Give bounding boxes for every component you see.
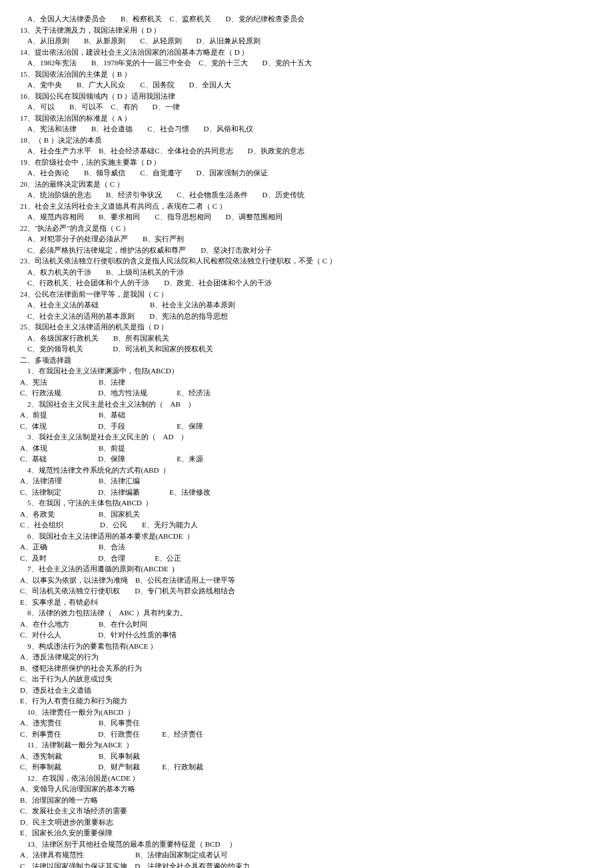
text-line: C 、社会组织 D、公民 E、无行为能力人: [20, 519, 593, 531]
text-line: 18、（ B ）决定法的本质: [20, 135, 593, 146]
text-line: 11、法律制裁一般分为(ABCE ）: [20, 739, 593, 751]
text-line: A、各级国家行政机关 B、所有国家机关: [20, 333, 593, 344]
text-line: 7、社会主义法的适用遵循的原则有(ABCDE ): [20, 563, 593, 575]
text-line: C、刑事责任 D、行政责任 E、经济责任: [20, 729, 593, 740]
text-line: 22、"执法必严"的含义是指（ C ）: [20, 223, 593, 234]
text-line: C、出于行为人的故意或过失: [20, 673, 593, 685]
text-line: 19、在阶级社会中，法的实施主要靠（ D ）: [20, 157, 593, 168]
text-line: E、国家长治久安的重要保障: [20, 827, 593, 839]
text-line: C、体现 D、手段 E、保障: [20, 421, 593, 432]
text-line: 2、我国社会主义民主是社会主义法制的（ AB ）: [20, 399, 593, 410]
text-line: 二、多项选择题: [20, 355, 593, 366]
text-line: E、行为人有责任能力和行为能力: [20, 695, 593, 707]
text-line: C、行政法规 D、地方性法规 E、经济法: [20, 387, 593, 399]
text-line: A、规范内容相同 B、要求相同 C、指导思想相同 D、调整范围相同: [20, 211, 593, 223]
text-line: A、在什么地方 B、在什么时间: [20, 619, 593, 630]
text-line: A、法律清理 B、法律汇编: [20, 475, 593, 487]
text-line: D、违反社会主义道德: [20, 685, 593, 696]
text-line: E、实事求是，有错必纠: [20, 597, 593, 608]
text-line: A、正确 B、合法: [20, 541, 593, 553]
text-line: A、1982年宪法 B、1978年党的十一届三中全会 C、党的十三大 D、党的十…: [20, 57, 593, 69]
text-line: A、违反法律规定的行为: [20, 651, 593, 663]
text-line: A、违宪制裁 B、民事制裁: [20, 751, 593, 762]
text-line: 25、我国社会主义法律适用的机关是指（ D ）: [20, 321, 593, 333]
text-line: A、宪法 B、法律: [20, 377, 593, 388]
text-line: 24、公民在法律面前一律平等，是我国（ C ）: [20, 289, 593, 300]
text-line: 15、我国依法治国的主体是（ B ）: [20, 69, 593, 80]
text-line: C、发展社会主义市场经济的需要: [20, 805, 593, 817]
text-line: C、及时 D、合理 E、公正: [20, 553, 593, 564]
text-line: C、社会主义法的适用的基本原则 D、宪法的总的指导思想: [20, 311, 593, 322]
text-line: A、全国人大法律委员会 B、检察机关 C、监察机关 D、党的纪律检查委员会: [20, 13, 593, 25]
text-line: 4、规范性法律文件系统化的方式有(ABD ）: [20, 465, 593, 476]
text-line: A、可以 B、可以不 C、有的 D、一律: [20, 101, 593, 113]
text-line: A、从旧原则 B、从新原则 C、从轻原则 D、从旧兼从轻原则: [20, 35, 593, 47]
text-line: A、党中央 B、广大人民众 C、国务院 D、全国人大: [20, 79, 593, 91]
text-line: 16、我国公民在我国领域内（ D ）适用我国法律: [20, 91, 593, 102]
text-line: A、对犯罪分子的处理必须从严 B、实行严刑: [20, 233, 593, 245]
text-line: D、民主文明进步的重要标志: [20, 817, 593, 828]
text-line: C、党的领导机关 D、司法机关和国家的授权机关: [20, 343, 593, 355]
text-line: A、以事实为依据，以法律为准绳 B、公民在法律适用上一律平等: [20, 575, 593, 586]
text-line: 14、提出依法治国，建设社会主义法治国家的治国基本方略是在（ D ）: [20, 47, 593, 58]
text-line: C、对什么人 D、针对什么性质的事情: [20, 629, 593, 641]
text-line: 1、在我国社会主义法律渊源中，包括(ABCD）: [20, 365, 593, 377]
text-line: A、社会舆论 B、领导威信 C、自觉遵守 D、国家强制力的保证: [20, 167, 593, 179]
text-line: A、党领导人民治理国家的基本方略: [20, 783, 593, 795]
text-line: A、宪法和法律 B、社会道德 C、社会习惯 D、风俗和礼仪: [20, 123, 593, 135]
text-line: C、基础 D、保障 E、来源: [20, 453, 593, 465]
text-line: 13、关于法律溯及力，我国法律采用（ D ）: [20, 25, 593, 36]
text-line: 12、在我国，依法治国是(ACDE ）: [20, 773, 593, 784]
text-line: B、侵犯法律所保护的社会关系的行为: [20, 663, 593, 674]
text-line: 23、司法机关依法独立行使职权的含义是指人民法院和人民检察院依法独立行使职权，不…: [20, 255, 593, 267]
text-line: 8、法律的效力包括法律（ ABC ）具有约束力。: [20, 607, 593, 619]
text-line: 6、我国社会主义法律适用的基本要求是(ABCDE ）: [20, 531, 593, 542]
text-line: A、违宪责任 B、民事责任: [20, 717, 593, 729]
text-line: C、行政机关、社会团体和个人的干涉 D、政党、社会团体和个人的干涉: [20, 277, 593, 289]
text-line: C、司法机关依法独立行使职权 D、专门机关与群众路线相结合: [20, 585, 593, 597]
text-line: A、统治阶级的意志 B、经济引争状况 C、社会物质生活条件 D、历史传统: [20, 189, 593, 201]
text-line: A、各政党 B、国家机关: [20, 509, 593, 520]
text-line: 10、法律责任一般分为(ABCD ）: [20, 707, 593, 718]
text-line: A、体现 B、前提: [20, 443, 593, 454]
text-line: B、治理国家的唯一方略: [20, 795, 593, 806]
text-line: 3、我社会主义法制是社会主义民主的（ AD ）: [20, 431, 593, 443]
text-line: A、前提 B、基础: [20, 409, 593, 421]
text-line: A、权力机关的干涉 B、上级司法机关的干涉: [20, 267, 593, 278]
text-line: 13、法律区别于其他社会规范的最本质的重要特征是（ BCD ）: [20, 839, 593, 850]
text-line: C、刑事制裁 D、财产制裁 E、行政制裁: [20, 761, 593, 773]
text-line: A、社会生产力水平 B、社会经济基础C、全体社会的共同意志 D、执政党的意志: [20, 145, 593, 157]
text-line: C、必须严格执行法律规定，维护法的权威和尊严 D、坚决打击敌对分子: [20, 245, 593, 256]
text-line: 17、我国依法治国的标准是（ A ）: [20, 113, 593, 124]
text-line: A、法律具有规范性 B、法律由国家制定或者认可: [20, 849, 593, 861]
text-line: 20、法的最终决定因素是（ C ）: [20, 179, 593, 190]
text-line: C、法律以国家强制力保证其实施 D、法律对全社会具有普遍的约束力: [20, 861, 593, 869]
text-line: 21、社会主义法同社会主义道德具有共同点，表现在二者（ C ）: [20, 201, 593, 212]
text-line: 5、在我国，守法的主体包括(ABCD ）: [20, 497, 593, 509]
text-line: A、社会主义法的基础 B、社会主义法的基本原则: [20, 299, 593, 311]
text-line: C、法律制定 D、法律编纂 E、法律修改: [20, 487, 593, 498]
text-line: 9、构成违法行为的要素包括有(ABCE ）: [20, 641, 593, 652]
